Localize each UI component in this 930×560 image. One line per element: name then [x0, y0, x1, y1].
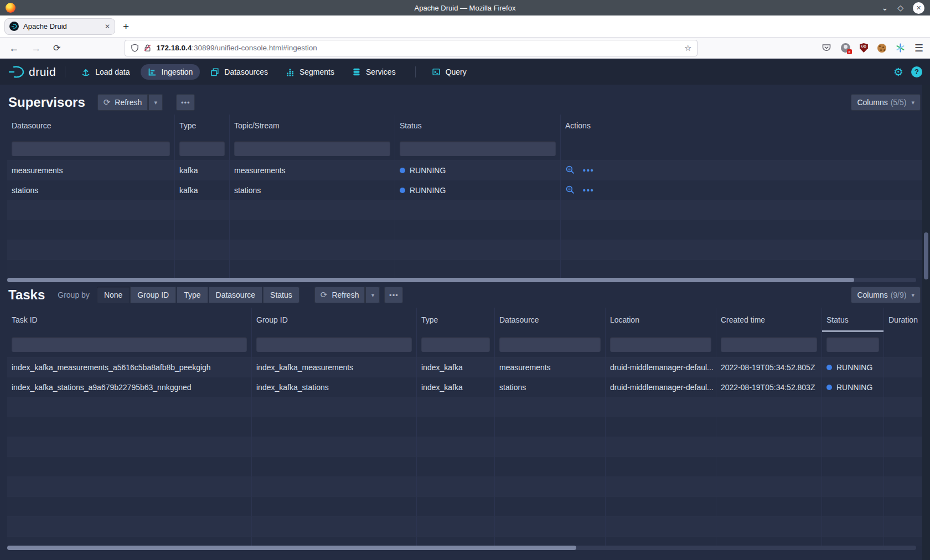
nav-item-label: Services: [366, 68, 396, 76]
druid-favicon-icon: [9, 22, 19, 31]
cell-duration: [884, 437, 922, 457]
group-by-status-button[interactable]: Status: [263, 287, 299, 303]
more-actions-icon[interactable]: •••: [583, 166, 595, 175]
supervisors-refresh-dropdown[interactable]: ▾: [148, 94, 163, 111]
filter-input-task-id[interactable]: [12, 337, 247, 352]
window-close-icon[interactable]: ✕: [913, 2, 924, 14]
column-header-type[interactable]: Type: [417, 308, 495, 332]
cell-task-id: [7, 517, 252, 537]
filter-input-group-id[interactable]: [256, 337, 412, 352]
nav-item-query[interactable]: Query: [425, 64, 474, 80]
column-header-topic-stream[interactable]: Topic/Stream: [230, 115, 395, 137]
column-header-duration[interactable]: Duration: [884, 308, 922, 332]
column-header-group-id[interactable]: Group ID: [252, 308, 417, 332]
druid-logo[interactable]: druid: [8, 65, 56, 79]
nav-item-segments[interactable]: Segments: [278, 64, 342, 80]
magnifying-glass-icon[interactable]: [565, 185, 575, 196]
tasks-refresh-button[interactable]: ⟳Refresh: [314, 287, 365, 303]
magnifying-glass-icon[interactable]: [565, 165, 575, 176]
column-header-type[interactable]: Type: [175, 115, 230, 137]
cell-type: [175, 200, 230, 220]
cookie-extension-icon[interactable]: [877, 44, 886, 53]
window-minimize-icon[interactable]: ⌄: [881, 4, 888, 12]
help-icon[interactable]: ?: [911, 66, 922, 77]
cell-duration: [884, 377, 922, 397]
scrollbar-thumb[interactable]: [924, 232, 928, 279]
filter-input-topic-stream[interactable]: [234, 141, 390, 156]
tracking-shield-icon: [131, 44, 139, 52]
filter-input-type[interactable]: [179, 141, 225, 156]
column-header-status[interactable]: Status: [395, 115, 561, 137]
group-by-group-id-button[interactable]: Group ID: [130, 287, 176, 303]
column-header-actions[interactable]: Actions: [561, 115, 922, 137]
pocket-icon[interactable]: [822, 43, 831, 53]
cell-status: [822, 517, 884, 537]
supervisors-columns-button[interactable]: Columns(5/5)▾: [851, 94, 921, 111]
filter-input-created-time[interactable]: [721, 337, 817, 352]
column-header-datasource[interactable]: Datasource: [495, 308, 606, 332]
group-by-type-button[interactable]: Type: [177, 287, 208, 303]
cell-type: [417, 397, 495, 417]
url-bar[interactable]: 172.18.0.4:30899/unified-console.html#in…: [125, 40, 698, 56]
sync-asterisk-icon[interactable]: [896, 43, 905, 53]
empty-table-row: [7, 240, 922, 260]
column-header-datasource[interactable]: Datasource: [7, 115, 175, 137]
tab-close-icon[interactable]: ✕: [105, 23, 110, 30]
cell-created-time: [716, 457, 822, 477]
filter-input-status[interactable]: [826, 337, 879, 352]
nav-item-load-data[interactable]: Load data: [74, 64, 137, 80]
cell-created-time: [716, 417, 822, 437]
scrollbar-thumb[interactable]: [7, 546, 576, 550]
ublock-origin-icon[interactable]: UO: [860, 43, 868, 53]
new-tab-button[interactable]: +: [123, 20, 129, 33]
tasks-hscrollbar: [7, 546, 916, 550]
supervisors-more-button[interactable]: •••: [176, 94, 195, 111]
supervisors-header: Supervisors ⟳Refresh ▾ ••• Columns(5/5)▾: [8, 92, 921, 112]
bookmark-star-icon[interactable]: ☆: [684, 43, 691, 53]
column-header-location[interactable]: Location: [606, 308, 716, 332]
filter-input-datasource[interactable]: [12, 141, 170, 156]
supervisors-refresh-button[interactable]: ⟳Refresh: [97, 94, 148, 111]
supervisors-title: Supervisors: [8, 95, 85, 110]
menu-hamburger-icon[interactable]: ☰: [914, 42, 923, 54]
back-button[interactable]: ←: [9, 43, 19, 53]
cell-datasource: stations: [7, 180, 175, 200]
window-maximize-icon[interactable]: ◇: [897, 4, 903, 12]
forward-button[interactable]: →: [31, 43, 41, 53]
more-actions-icon[interactable]: •••: [583, 186, 595, 195]
group-by-none-button[interactable]: None: [97, 287, 130, 303]
status-label: RUNNING: [410, 166, 446, 175]
status-label: RUNNING: [836, 383, 872, 392]
filter-input-datasource[interactable]: [499, 337, 601, 352]
page-vscrollbar: [922, 85, 930, 560]
filter-input-status[interactable]: [400, 141, 556, 156]
filter-input-location[interactable]: [610, 337, 711, 352]
settings-gear-icon[interactable]: ⚙: [893, 66, 903, 77]
filter-input-type[interactable]: [421, 337, 490, 352]
nav-item-services[interactable]: Services: [345, 64, 403, 80]
tasks-columns-button[interactable]: Columns(9/9)▾: [851, 287, 921, 303]
tasks-more-button[interactable]: •••: [384, 287, 403, 303]
filter-cell: [417, 332, 495, 357]
nav-item-datasources[interactable]: Datasources: [203, 64, 275, 80]
column-header-task-id[interactable]: Task ID: [7, 308, 252, 332]
cell-task-id: index_kafka_stations_a9a679b22795b63_nnk…: [7, 377, 252, 397]
tasks-refresh-dropdown[interactable]: ▾: [365, 287, 380, 303]
group-by-datasource-button[interactable]: Datasource: [209, 287, 263, 303]
reload-button[interactable]: ⟳: [53, 44, 60, 53]
ingestion-icon: [148, 68, 157, 76]
console-header: druid Load data Ingestion Datasources Se…: [0, 59, 930, 85]
nav-item-label: Segments: [299, 68, 334, 76]
cell-datasource: [495, 397, 606, 417]
cell-duration: [884, 457, 922, 477]
cell-group-id: [252, 397, 417, 417]
extension-account-icon[interactable]: [841, 43, 850, 53]
columns-count: (5/5): [891, 98, 907, 107]
scrollbar-thumb[interactable]: [7, 278, 854, 282]
filter-cell: [822, 332, 884, 357]
nav-item-ingestion[interactable]: Ingestion: [141, 64, 200, 80]
cell-status: RUNNING: [822, 377, 884, 397]
column-header-status[interactable]: Status: [822, 308, 884, 332]
column-header-created-time[interactable]: Created time: [716, 308, 822, 332]
browser-tab[interactable]: Apache Druid ✕: [4, 18, 115, 35]
